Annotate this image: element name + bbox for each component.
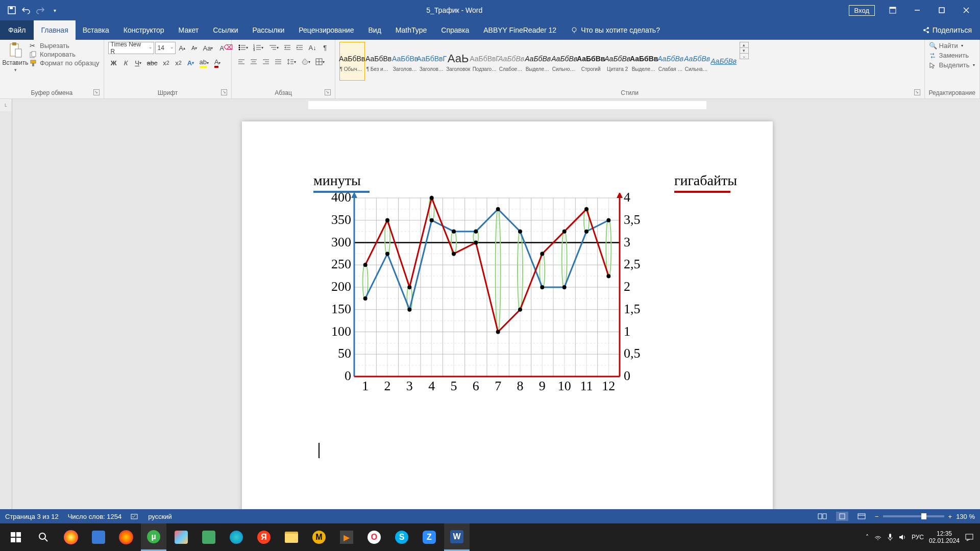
tab-6[interactable]: Рецензирование — [291, 20, 361, 40]
styles-launcher-icon[interactable]: ↘ — [914, 89, 920, 95]
undo-icon[interactable] — [20, 5, 32, 16]
style-item-7[interactable]: АаБбВвВыделение — [525, 42, 551, 81]
tab-4[interactable]: Ссылки — [206, 20, 245, 40]
redo-icon[interactable] — [35, 5, 46, 16]
style-item-13[interactable]: АаБбВвСильная... — [684, 42, 710, 81]
style-item-6[interactable]: АаБбВвСлабое в... — [499, 42, 524, 81]
tab-file[interactable]: Файл — [0, 20, 34, 40]
indent-decrease-button[interactable] — [282, 42, 293, 53]
status-words[interactable]: Число слов: 1254 — [68, 513, 122, 520]
tb-app-4[interactable]: M — [306, 523, 332, 551]
multilevel-button[interactable]: ▾ — [266, 42, 281, 53]
sort-button[interactable]: A↓ — [306, 42, 318, 53]
tb-app-1[interactable] — [58, 523, 84, 551]
ribbon-options-icon[interactable] — [881, 0, 904, 20]
paragraph-launcher-icon[interactable]: ↘ — [325, 89, 331, 95]
tray-volume-icon[interactable] — [898, 534, 906, 541]
style-item-3[interactable]: АаБбВвГЗаголово... — [419, 42, 445, 81]
tb-app-5[interactable]: ▶ — [334, 523, 359, 551]
close-icon[interactable] — [954, 0, 978, 20]
save-icon[interactable] — [6, 5, 17, 16]
system-tray[interactable]: ˄ РУС 12:35 02.01.2024 — [866, 530, 977, 545]
status-page[interactable]: Страница 3 из 12 — [5, 513, 59, 520]
tb-opera[interactable]: O — [361, 523, 387, 551]
styles-gallery[interactable]: АаБбВв¶ ОбычныйАаБбВв¶ Без инте...АаБбВв… — [339, 42, 737, 81]
style-item-14[interactable]: АаБбВв — [711, 42, 737, 81]
tb-yandex[interactable]: Я — [251, 523, 277, 551]
tray-clock[interactable]: 12:35 02.01.2024 — [929, 530, 960, 545]
font-color-button[interactable]: A▾ — [212, 57, 223, 68]
tray-language[interactable]: РУС — [912, 534, 924, 541]
signin-button[interactable]: Вход — [849, 5, 875, 16]
style-item-2[interactable]: АаБбВвЗаголово... — [393, 42, 418, 81]
zoom-value[interactable]: 130 % — [956, 513, 975, 520]
align-right-button[interactable] — [260, 56, 272, 67]
bullets-button[interactable]: ▾ — [236, 42, 250, 53]
copy-button[interactable]: Копировать — [30, 51, 100, 58]
paste-button[interactable]: Вставить ▾ — [4, 42, 27, 72]
search-button[interactable] — [31, 523, 56, 551]
superscript-button[interactable]: x2 — [173, 57, 184, 68]
tb-zoom[interactable]: Z — [416, 523, 442, 551]
qat-more-icon[interactable]: ▾ — [49, 5, 60, 16]
font-launcher-icon[interactable]: ↘ — [221, 89, 227, 95]
format-painter-button[interactable]: Формат по образцу — [30, 59, 100, 67]
clear-format-button[interactable]: A⌫ — [216, 42, 227, 54]
replace-button[interactable]: Заменить — [929, 52, 969, 59]
clipboard-launcher-icon[interactable]: ↘ — [93, 89, 100, 95]
style-item-0[interactable]: АаБбВв¶ Обычный — [339, 42, 365, 81]
maximize-icon[interactable] — [930, 0, 953, 20]
tb-paint[interactable] — [168, 523, 194, 551]
zoom-in-icon[interactable]: + — [948, 513, 952, 520]
align-left-button[interactable] — [236, 56, 247, 67]
italic-button[interactable]: К — [120, 57, 132, 68]
tab-1[interactable]: Вставка — [76, 20, 116, 40]
bold-button[interactable]: Ж — [108, 57, 119, 68]
zoom-slider[interactable] — [883, 515, 944, 517]
underline-button[interactable]: Ч▾ — [133, 57, 144, 68]
style-item-9[interactable]: АаБбВвСтрогий — [578, 42, 604, 81]
style-item-8[interactable]: АаБбВвСильное... — [552, 42, 577, 81]
tab-2[interactable]: Конструктор — [116, 20, 172, 40]
style-item-10[interactable]: АаБбВвЦитата 2 — [605, 42, 630, 81]
tb-firefox[interactable] — [113, 523, 139, 551]
shrink-font-button[interactable]: A▾ — [189, 42, 200, 54]
align-center-button[interactable] — [248, 56, 259, 67]
tab-10[interactable]: ABBYY FineReader 12 — [476, 20, 564, 40]
line-spacing-button[interactable]: ▾ — [285, 56, 298, 67]
font-name-combo[interactable]: Times New R⌄ — [108, 42, 154, 54]
view-read-icon[interactable] — [818, 513, 827, 520]
numbering-button[interactable]: 123▾ — [251, 42, 265, 53]
ruler-vertical[interactable] — [0, 111, 12, 509]
change-case-button[interactable]: Aa▾ — [201, 42, 215, 54]
tab-3[interactable]: Макет — [172, 20, 206, 40]
zoom-control[interactable]: − + 130 % — [875, 513, 975, 520]
style-item-11[interactable]: АаБбВвВыделенн... — [631, 42, 657, 81]
tray-mic-icon[interactable] — [887, 533, 893, 541]
tb-explorer[interactable] — [279, 523, 304, 551]
style-item-1[interactable]: АаБбВв¶ Без инте... — [366, 42, 391, 81]
tab-8[interactable]: MathType — [388, 20, 434, 40]
document-scroll[interactable]: минуты гигабайты 05010015020025030035040… — [12, 111, 980, 509]
tab-5[interactable]: Рассылки — [246, 20, 292, 40]
borders-button[interactable]: ▾ — [313, 56, 327, 67]
status-language[interactable]: русский — [148, 513, 172, 520]
tb-app-2[interactable] — [86, 523, 111, 551]
shading-button[interactable]: ▾ — [299, 56, 312, 67]
tray-wifi-icon[interactable] — [874, 534, 882, 541]
start-button[interactable] — [3, 523, 29, 551]
tray-chevron-icon[interactable]: ˄ — [866, 534, 869, 541]
view-print-icon[interactable] — [836, 512, 848, 521]
tb-edge[interactable] — [224, 523, 249, 551]
align-justify-button[interactable] — [273, 56, 284, 67]
view-web-icon[interactable] — [857, 513, 866, 520]
tb-utorrent[interactable]: µ — [141, 523, 166, 551]
text-effects-button[interactable]: A▾ — [185, 57, 197, 68]
show-marks-button[interactable]: ¶ — [320, 42, 331, 53]
ruler-horizontal[interactable]: L — [0, 99, 980, 111]
zoom-out-icon[interactable]: − — [875, 513, 879, 520]
tb-word[interactable]: W — [444, 523, 470, 551]
subscript-button[interactable]: x2 — [161, 57, 172, 68]
cut-button[interactable]: ✂Вырезать — [30, 42, 100, 49]
status-spell-icon[interactable] — [131, 513, 139, 520]
